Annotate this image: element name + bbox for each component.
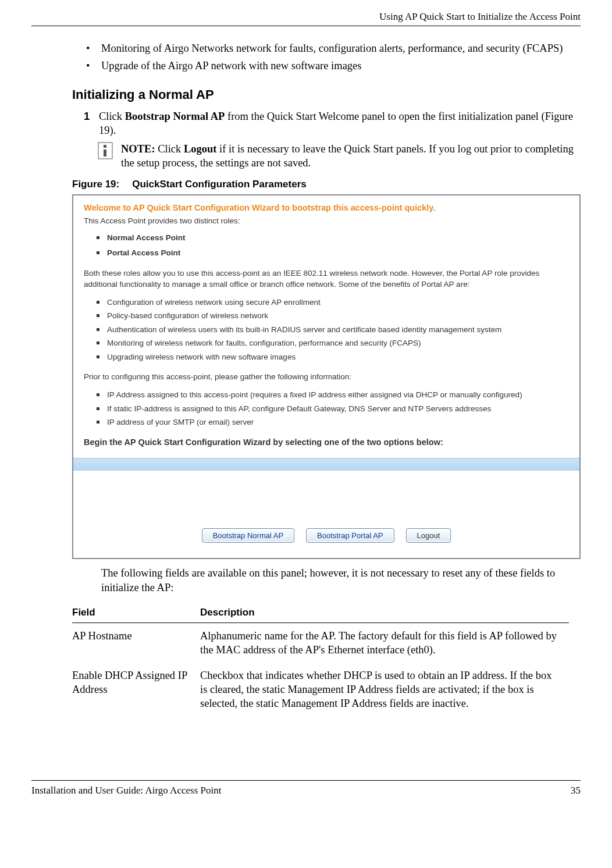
logout-button[interactable]: Logout	[406, 528, 451, 543]
list-item: Authentication of wireless users with it…	[97, 325, 569, 335]
toolbar-strip	[73, 458, 579, 471]
text: Click	[99, 111, 125, 122]
step-text: Click Bootstrap Normal AP from the Quick…	[99, 109, 581, 137]
begin-instruction: Begin the AP Quick Start Configuration W…	[84, 437, 569, 448]
bootstrap-normal-ap-button[interactable]: Bootstrap Normal AP	[202, 528, 294, 543]
after-figure-text: The following fields are available on th…	[101, 566, 581, 594]
note-box: NOTE: Click Logout if it is necessary to…	[98, 142, 581, 170]
page-number: 35	[571, 784, 581, 797]
wizard-title: Welcome to AP Quick Start Configuration …	[84, 202, 569, 214]
list-item: Upgrading wireless network with new soft…	[97, 352, 569, 362]
list-item: IP address of your SMTP (or email) serve…	[97, 417, 569, 428]
list-item: If static IP-address is assigned to this…	[97, 404, 569, 414]
running-header: Using AP Quick Start to Initialize the A…	[31, 10, 581, 23]
svg-rect-2	[104, 150, 106, 156]
intro-bullets: Monitoring of Airgo Networks network for…	[84, 41, 581, 73]
svg-rect-1	[104, 145, 106, 148]
table-row: AP Hostname Alphanumeric name for the AP…	[72, 622, 569, 663]
text: Click	[155, 143, 184, 155]
figure-number: Figure 19:	[72, 178, 119, 191]
list-item: Configuration of wireless network using …	[97, 297, 569, 308]
roles-list: Normal Access Point Portal Access Point	[97, 233, 569, 258]
info-icon	[98, 142, 113, 159]
cell-description: Checkbox that indicates whether DHCP is …	[200, 663, 569, 716]
bullet: Upgrade of the Airgo AP network with new…	[84, 59, 581, 73]
paragraph: Both these roles allow you to use this a…	[84, 268, 569, 290]
note-label: NOTE:	[121, 143, 155, 155]
page-footer: Installation and User Guide: Airgo Acces…	[31, 780, 581, 797]
figure-title: QuickStart Configuration Parameters	[132, 179, 306, 190]
header-rule	[31, 26, 581, 26]
bold: Bootstrap Normal AP	[125, 111, 225, 122]
screenshot-panel: Welcome to AP Quick Start Configuration …	[72, 194, 581, 559]
button-bar: Bootstrap Normal AP Bootstrap Portal AP …	[73, 471, 579, 558]
bold: Logout	[184, 143, 217, 155]
list-item: Monitoring of wireless network for fault…	[97, 338, 569, 348]
note-text: NOTE: Click Logout if it is necessary to…	[121, 142, 581, 170]
cell-field: AP Hostname	[72, 622, 200, 663]
list-item: Portal Access Point	[97, 248, 569, 258]
table-header-field: Field	[72, 603, 200, 623]
step-number: 1	[84, 109, 99, 137]
list-item: Policy-based configuration of wireless n…	[97, 311, 569, 321]
cell-description: Alphanumeric name for the AP. The factor…	[200, 622, 569, 663]
fields-table: Field Description AP Hostname Alphanumer…	[72, 603, 569, 716]
figure-caption: Figure 19:QuickStart Configuration Param…	[72, 178, 581, 191]
benefits-list: Configuration of wireless network using …	[97, 297, 569, 362]
footer-title: Installation and User Guide: Airgo Acces…	[31, 784, 221, 797]
table-row: Enable DHCP Assigned IP Address Checkbox…	[72, 663, 569, 716]
list-item: IP Address assigned to this access-point…	[97, 390, 569, 400]
step-1: 1 Click Bootstrap Normal AP from the Qui…	[84, 109, 581, 137]
section-heading: Initializing a Normal AP	[72, 87, 581, 104]
bullet: Monitoring of Airgo Networks network for…	[84, 41, 581, 55]
wizard-lead: This Access Point provides two distinct …	[84, 216, 569, 226]
gather-list: IP Address assigned to this access-point…	[97, 390, 569, 428]
paragraph: Prior to configuring this access-point, …	[84, 371, 569, 383]
list-item: Normal Access Point	[97, 233, 569, 243]
bootstrap-portal-ap-button[interactable]: Bootstrap Portal AP	[306, 528, 394, 543]
cell-field: Enable DHCP Assigned IP Address	[72, 663, 200, 716]
table-header-description: Description	[200, 603, 569, 623]
